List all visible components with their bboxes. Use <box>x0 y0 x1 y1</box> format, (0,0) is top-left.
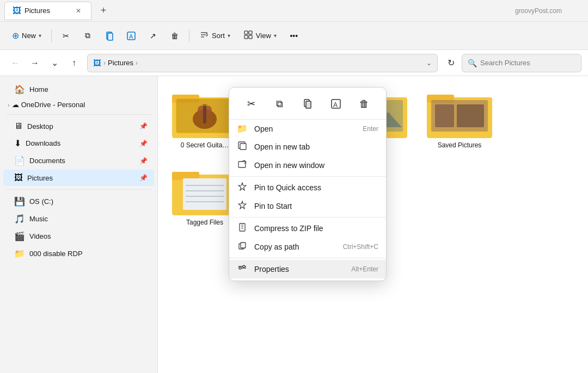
svg-rect-41 <box>306 101 311 108</box>
ctx-pin-quick-icon <box>237 182 248 193</box>
paste-button[interactable] <box>100 26 119 46</box>
sort-button[interactable]: Sort ▾ <box>194 26 236 46</box>
new-label: New <box>22 32 36 40</box>
sidebar-item-onedrive[interactable]: › ☁ OneDrive - Personal <box>3 98 154 111</box>
drive-icon: 💾 <box>14 196 25 207</box>
ctx-item-pin-quick[interactable]: Pin to Quick access <box>229 178 386 197</box>
search-input[interactable] <box>480 59 575 67</box>
sidebar-item-home[interactable]: 🏠 Home <box>3 81 154 98</box>
pin-icon: 📌 <box>139 174 148 182</box>
tab-close-button[interactable]: ✕ <box>74 6 83 16</box>
path-separator-2: › <box>136 59 138 67</box>
documents-icon: 📄 <box>14 156 25 166</box>
active-tab[interactable]: 🖼 Pictures ✕ <box>4 2 91 20</box>
back-button[interactable]: ← <box>7 54 24 72</box>
ctx-item-zip[interactable]: Compress to ZIP file <box>229 219 386 238</box>
ctx-zip-icon <box>237 223 248 234</box>
sidebar-item-label: Pictures <box>27 174 53 182</box>
context-menu: ✂ ⧉ A 🗑 📁 <box>229 87 387 281</box>
main-area: 🏠 Home › ☁ OneDrive - Personal 🖥 Desktop… <box>0 76 588 373</box>
ctx-paste-button[interactable] <box>298 94 317 114</box>
share-button[interactable]: ↗ <box>143 26 163 46</box>
copy-button[interactable]: ⧉ <box>78 26 97 46</box>
ctx-properties-shortcut: Alt+Enter <box>351 265 378 273</box>
ctx-open-tab-label: Open in new tab <box>254 142 378 151</box>
sidebar-item-label: Documents <box>29 157 65 165</box>
sort-dropdown-arrow: ▾ <box>228 33 230 39</box>
ctx-open-tab-icon <box>237 141 248 152</box>
sidebar-item-desktop[interactable]: 🖥 Desktop 📌 <box>3 118 154 134</box>
svg-rect-52 <box>241 243 246 248</box>
ctx-pin-start-icon <box>237 201 248 212</box>
ctx-item-open[interactable]: 📁 Open Enter <box>229 120 386 138</box>
ctx-separator-3 <box>229 258 386 258</box>
desktop-icon: 🖥 <box>14 121 23 131</box>
ctx-pin-quick-label: Pin to Quick access <box>254 183 378 192</box>
pin-icon: 📌 <box>139 122 148 130</box>
ctx-item-pin-start[interactable]: Pin to Start <box>229 197 386 215</box>
title-bar: 🖼 Pictures ✕ + groovyPost.com <box>0 0 588 22</box>
folder-icon: 📁 <box>14 248 25 259</box>
search-box: 🔍 <box>462 54 581 72</box>
svg-rect-47 <box>240 223 245 231</box>
ctx-delete-icon: 🗑 <box>359 98 369 110</box>
sidebar-item-label: Home <box>29 85 48 94</box>
svg-rect-8 <box>249 31 252 34</box>
ctx-properties-label: Properties <box>254 265 345 273</box>
svg-rect-45 <box>240 144 246 150</box>
onedrive-icon: ☁ <box>12 101 19 109</box>
sidebar-item-documents[interactable]: 📄 Documents 📌 <box>3 152 154 169</box>
ctx-open-label: Open <box>254 125 356 133</box>
cut-button[interactable]: ✂ <box>56 26 76 46</box>
context-menu-icon-row: ✂ ⧉ A 🗑 <box>229 90 386 120</box>
ctx-copy-path-shortcut: Ctrl+Shift+C <box>343 243 378 251</box>
ctx-cut-icon: ✂ <box>247 98 255 110</box>
ctx-open-icon: 📁 <box>237 123 248 134</box>
music-icon: 🎵 <box>14 214 25 224</box>
up-button[interactable]: ↑ <box>65 54 83 72</box>
address-path[interactable]: 🖼 › Pictures › ⌄ <box>87 54 438 72</box>
sidebar-item-osc[interactable]: 💾 OS (C:) <box>3 193 154 210</box>
path-icon: 🖼 <box>93 58 101 67</box>
sidebar-item-downloads[interactable]: ⬇ Downloads 📌 <box>3 135 154 152</box>
ctx-open-window-icon <box>237 160 248 171</box>
ctx-item-properties[interactable]: Properties Alt+Enter <box>229 260 386 278</box>
pin-icon: 📌 <box>139 140 148 147</box>
rename-button[interactable]: A <box>121 26 141 46</box>
separator-1 <box>51 29 52 42</box>
ctx-item-copy-path[interactable]: Copy as path Ctrl+Shift+C <box>229 238 386 256</box>
refresh-button[interactable]: ↻ <box>442 54 460 72</box>
ctx-item-open-tab[interactable]: Open in new tab <box>229 138 386 156</box>
delete-button[interactable]: 🗑 <box>165 26 185 46</box>
ctx-copy-icon: ⧉ <box>276 98 283 110</box>
ctx-separator-1 <box>229 176 386 177</box>
new-tab-button[interactable]: + <box>96 3 111 18</box>
sidebar-item-000disable[interactable]: 📁 000 disable RDP <box>3 245 154 262</box>
sidebar-item-pictures[interactable]: 🖼 Pictures 📌 <box>3 170 154 186</box>
home-icon: 🏠 <box>14 84 25 95</box>
ctx-pin-start-label: Pin to Start <box>254 202 378 210</box>
new-button[interactable]: ⊕ New ▾ <box>7 26 47 46</box>
ctx-delete-button[interactable]: 🗑 <box>354 94 374 114</box>
sort-icon <box>199 30 209 42</box>
ctx-paste-icon <box>302 98 313 109</box>
tab-title: Pictures <box>24 7 50 15</box>
svg-text:A: A <box>333 101 338 109</box>
sidebar-item-music[interactable]: 🎵 Music <box>3 210 154 227</box>
ctx-cut-button[interactable]: ✂ <box>241 94 261 114</box>
view-button[interactable]: View ▾ <box>238 26 282 46</box>
path-pictures: Pictures <box>108 59 133 67</box>
context-menu-overlay: ✂ ⧉ A 🗑 📁 <box>158 76 588 373</box>
path-dropdown-button[interactable]: ⌄ <box>426 59 432 67</box>
forward-button[interactable]: → <box>26 54 44 72</box>
recent-locations-button[interactable]: ⌄ <box>46 54 63 72</box>
svg-rect-10 <box>249 35 252 39</box>
sidebar-item-videos[interactable]: 🎬 Videos <box>3 228 154 245</box>
sidebar-separator-2 <box>7 189 151 190</box>
search-icon: 🔍 <box>468 59 477 67</box>
path-separator-1: › <box>103 59 106 67</box>
ctx-rename-button[interactable]: A <box>326 94 346 114</box>
more-button[interactable]: ••• <box>284 26 304 46</box>
ctx-item-open-window[interactable]: Open in new window <box>229 156 386 175</box>
ctx-copy-button[interactable]: ⧉ <box>270 94 289 114</box>
